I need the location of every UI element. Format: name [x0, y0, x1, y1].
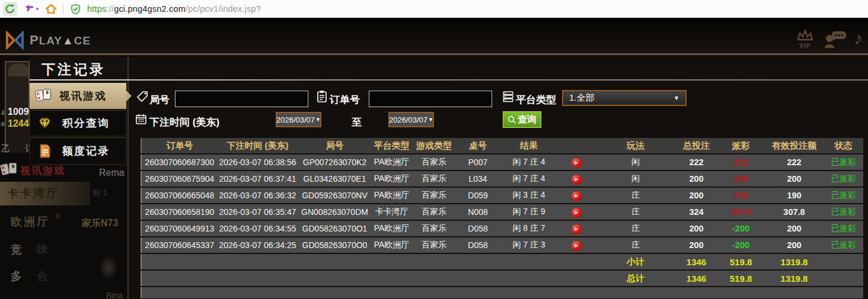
cell-time: 2026-03-07 06:34:25	[218, 240, 298, 250]
play-video-button[interactable]: ▶	[572, 191, 582, 201]
bg-nav-europe: 欧洲厅	[11, 214, 50, 230]
col-header: 局号	[298, 140, 372, 152]
cell-total-bet: 200	[677, 224, 716, 233]
play-video-button[interactable]: ▶	[572, 224, 582, 234]
summary-valid-bet: 1319.8	[766, 274, 822, 284]
col-header: 桌号	[457, 140, 499, 152]
col-header: 下注时间 (美东)	[218, 140, 298, 152]
reload-glyph	[5, 4, 15, 14]
cell-table: D058	[457, 224, 499, 233]
cell-play-video: ▶	[559, 239, 594, 251]
col-header: 派彩	[716, 140, 766, 152]
cell-table: L034	[457, 174, 499, 184]
order-number-input[interactable]	[369, 91, 492, 107]
cell-game: 百家乐	[411, 190, 457, 201]
music-icon[interactable]: ♪	[854, 28, 863, 49]
customer-service-icon[interactable]	[824, 31, 847, 51]
summary-label: 小计	[594, 256, 677, 268]
col-header: 状态	[822, 140, 864, 152]
play-video-button[interactable]: ▶	[572, 158, 582, 168]
security-shield-icon[interactable]	[71, 4, 81, 17]
gem-icon	[34, 117, 55, 130]
cell-time: 2026-03-07 06:35:47	[218, 207, 298, 217]
date-to-select[interactable]: 2026/03/07▼	[388, 112, 434, 127]
cell-play-video: ▶	[559, 189, 594, 201]
url-separator: ://	[106, 4, 114, 14]
chat-person-glyph	[824, 31, 847, 49]
round-number-label: 局号	[149, 93, 170, 107]
summary-label: 总计	[594, 273, 677, 284]
bg-remark-text: Rema	[99, 168, 125, 178]
play-video-button[interactable]: ▶	[572, 175, 582, 185]
table-row: 2603070606759042026-03-07 06:37:41GL0342…	[141, 171, 863, 187]
table-row-partial	[141, 287, 863, 298]
cell-play-video: ▶	[559, 173, 594, 185]
cell-playtype: 庄	[594, 240, 677, 250]
cell-game: 百家乐	[411, 207, 457, 217]
vip-button[interactable]: VIP	[794, 30, 816, 49]
reload-icon[interactable]	[3, 2, 17, 16]
col-header: 有效投注额	[766, 140, 822, 152]
cell-platform: PA欧洲厅	[372, 223, 411, 234]
to-label: 至	[352, 115, 362, 129]
cell-order: 260307060665048	[142, 191, 218, 200]
platform-list-icon	[502, 91, 514, 105]
table-row: 2603070606581902026-03-07 06:35:47GN0082…	[141, 204, 863, 220]
svg-text:9: 9	[12, 163, 15, 169]
round-number-input[interactable]	[175, 91, 308, 107]
bg-nav-duo: 多	[11, 269, 24, 284]
url-host: gci.png4gsn2.com	[114, 4, 186, 14]
play-video-button[interactable]: ▶	[572, 241, 582, 251]
table-row: 2603070606873002026-03-07 06:38:56GP0072…	[141, 155, 863, 170]
cell-round: GP007263070K2	[298, 157, 372, 167]
cell-status: 已派彩	[822, 223, 864, 234]
cell-total-bet: 222	[677, 157, 716, 167]
home-icon[interactable]	[44, 2, 58, 16]
balance-value: ♟1009	[0, 107, 29, 117]
svg-text:9: 9	[46, 89, 49, 95]
bet-records-table: 订单号 下注时间 (美东) 局号 平台类型 游戏类型 桌号 结果 玩法 总投注 …	[141, 138, 863, 298]
crown-icon	[796, 30, 815, 41]
cell-round: GD058263070O1	[298, 224, 372, 233]
cell-order: 260307060645337	[142, 240, 218, 250]
search-icon	[508, 115, 516, 124]
cell-game: 百家乐	[411, 223, 457, 234]
bg-text-fragment: 乙	[1, 143, 10, 155]
table-header-row: 订单号 下注时间 (美东) 局号 平台类型 游戏类型 桌号 结果 玩法 总投注 …	[141, 138, 863, 153]
sidebar-item-points-query[interactable]: 积分查询	[30, 110, 126, 136]
sidebar-item-quota-records[interactable]: 额度记录	[30, 137, 126, 165]
cell-time: 2026-03-07 06:36:32	[218, 191, 298, 200]
cell-play-video: ▶	[559, 223, 594, 234]
cell-game: 百家乐	[411, 173, 457, 184]
cell-total-bet: 200	[677, 240, 716, 250]
date-from-select[interactable]: 2026/03/07▼	[276, 112, 321, 127]
bg-nick-text: 称:1	[92, 188, 108, 198]
undo-icon[interactable]	[22, 2, 36, 16]
cell-order: 260307060675904	[142, 174, 218, 184]
play-video-button[interactable]: ▶	[572, 208, 582, 218]
search-button[interactable]: 查询	[503, 111, 541, 128]
sidebar-item-label: 积分查询	[62, 116, 110, 130]
cell-total-bet: 200	[677, 191, 716, 200]
platform-type-select[interactable]: 1.全部 ▼	[562, 90, 687, 106]
calendar-icon	[135, 113, 147, 127]
points-value: ✱1244	[0, 118, 29, 129]
cell-valid-bet: 222	[766, 157, 822, 167]
cell-valid-bet: 307.8	[766, 207, 822, 217]
col-header: 结果	[499, 140, 559, 152]
cell-payout: 200	[716, 174, 766, 184]
address-bar[interactable]: https://gci.png4gsn2.com/pc/pcv1/index.j…	[87, 4, 261, 14]
cell-platform: 卡卡湾厅	[372, 207, 411, 217]
cell-playtype: 闲	[594, 173, 677, 184]
col-header: 游戏类型	[411, 140, 457, 152]
summary-row: 总计1346519.81319.8	[141, 271, 863, 286]
cell-status: 已派彩	[822, 207, 864, 217]
sidebar-item-video-games[interactable]: K♥ 9 视讯游戏	[30, 83, 126, 109]
cell-result: 闲 7 庄 3	[499, 240, 559, 250]
cell-playtype: 庄	[594, 190, 677, 201]
cell-play-video: ▶	[559, 156, 594, 168]
sidebar-item-label: 额度记录	[62, 144, 110, 158]
bet-time-label: 下注时间 (美东)	[149, 115, 219, 129]
document-icon	[34, 144, 55, 158]
undo-dropdown-caret[interactable]: ▼	[35, 7, 40, 12]
